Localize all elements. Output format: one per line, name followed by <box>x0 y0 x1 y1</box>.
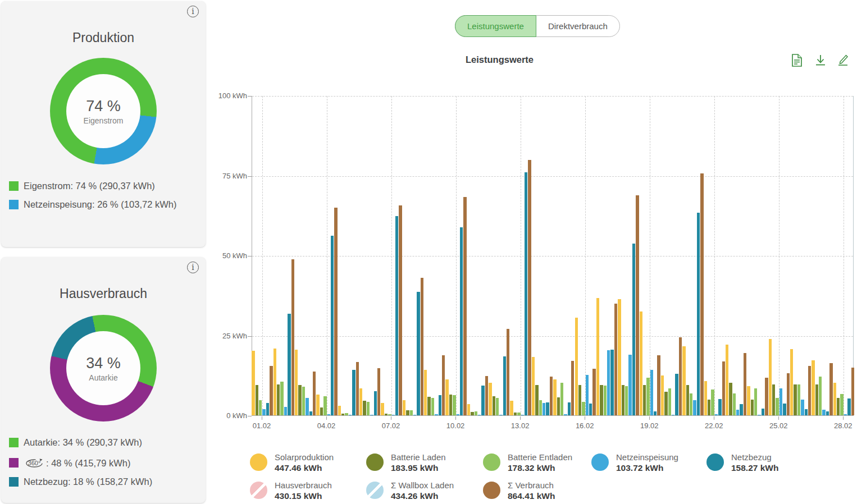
donut-center: 34 % Autarkie <box>66 331 140 405</box>
chart-legend-item-solarproduktion[interactable]: Solarproduktion447.46 kWh <box>250 452 334 473</box>
bar-netzbezug-27.02 <box>826 411 829 415</box>
chart-legend-item-batterie-entladen[interactable]: Batterie Entladen178.32 kWh <box>483 452 572 473</box>
360-grad-color-chip <box>9 458 19 468</box>
bar-solarproduktion-23.02 <box>726 345 728 415</box>
x-axis-label: 07.02 <box>371 421 411 430</box>
x-gridline <box>521 96 521 415</box>
bar--verbrauch-25.02 <box>787 373 790 415</box>
bar-netzbezug-20.02 <box>675 374 678 415</box>
bar-netzeinspeisung-11.02 <box>478 415 481 415</box>
legend-label: Solarproduktion <box>275 452 334 462</box>
edit-pencil-icon[interactable] <box>837 53 849 67</box>
bar-batterie-entladen-26.02 <box>797 384 800 415</box>
y-gridline <box>252 176 853 177</box>
bar-batterie-entladen-19.02 <box>646 378 649 415</box>
bar-batterie-entladen-24.02 <box>754 388 757 415</box>
chart-legend-item-netzeinspeisung[interactable]: Netzeinspeisung103.72 kWh <box>591 452 678 473</box>
bar--verbrauch-19.02 <box>657 355 660 415</box>
bar-batterie-laden-11.02 <box>471 412 473 415</box>
autarkie-color-chip <box>9 438 19 447</box>
bar--verbrauch-04.02 <box>334 208 337 415</box>
bar-solarproduktion-03.02 <box>295 350 298 415</box>
bar-solarproduktion-19.02 <box>640 311 642 415</box>
bar-netzeinspeisung-16.02 <box>586 375 589 415</box>
hausverbrauch-card: i Hausverbrauch 34 % Autarkie Autarkie: … <box>1 257 206 503</box>
legend-label: Σ Wallbox Laden <box>391 480 454 490</box>
bar-netzeinspeisung-01.02 <box>262 409 265 415</box>
bar-netzeinspeisung-02.02 <box>284 407 287 415</box>
bar-batterie-laden-14.02 <box>535 385 538 415</box>
bar-netzbezug-19.02 <box>654 411 657 415</box>
legend-value: 103.72 kWh <box>616 463 678 473</box>
bar-batterie-entladen-05.02 <box>345 413 348 415</box>
donut-center: 74 % Eigenstrom <box>66 74 140 148</box>
bar-batterie-entladen-08.02 <box>410 410 413 415</box>
x-axis-tick <box>714 416 714 420</box>
legend-text: Netzeinspeisung: 26 % (103,72 kWh) <box>24 199 176 210</box>
bar--verbrauch-14.02 <box>550 377 553 415</box>
bar-solarproduktion-02.02 <box>273 349 276 415</box>
bar-batterie-laden-12.02 <box>493 396 495 415</box>
bar--verbrauch-16.02 <box>592 369 595 415</box>
card-title: Hausverbrauch <box>1 286 206 301</box>
bar-netzeinspeisung-24.02 <box>758 415 760 415</box>
y-axis-label: 100 kWh <box>208 91 247 101</box>
info-icon[interactable]: i <box>187 6 199 17</box>
bar-solarproduktion-06.02 <box>359 388 362 415</box>
chart-legend-item-hausverbrauch[interactable]: Hausverbrauch430.15 kWh <box>250 480 332 501</box>
bar-batterie-laden-17.02 <box>600 385 603 415</box>
legend-value: 178.32 kWh <box>508 463 572 473</box>
x-axis-tick <box>262 416 262 420</box>
produktion-card: i Produktion 74 % Eigenstrom Eigenstrom:… <box>1 1 206 247</box>
legend-label: Hausverbrauch <box>275 480 332 490</box>
bar-netzeinspeisung-12.02 <box>499 415 502 415</box>
bar--verbrauch-12.02 <box>507 329 509 415</box>
bar--verbrauch-20.02 <box>679 337 682 415</box>
bar-netzeinspeisung-25.02 <box>779 388 782 415</box>
bar-batterie-entladen-06.02 <box>367 402 370 416</box>
tab-direktverbrauch[interactable]: Direktverbrauch <box>536 16 619 36</box>
bar-batterie-laden-07.02 <box>385 414 388 415</box>
legend-value: 183.95 kWh <box>391 463 446 473</box>
legend-text: Autarkie: 34 % (290,37 kWh) <box>24 437 142 448</box>
legend-value: 447.46 kWh <box>275 463 334 473</box>
bar-batterie-laden-05.02 <box>341 414 344 415</box>
bar-batterie-laden-13.02 <box>514 413 517 415</box>
tab-leistungswerte[interactable]: Leistungswerte <box>455 15 536 37</box>
bar-batterie-entladen-20.02 <box>668 388 671 415</box>
bar-netzeinspeisung-03.02 <box>306 398 308 415</box>
bar--verbrauch-24.02 <box>765 378 768 415</box>
chart-legend-item-netzbezug[interactable]: Netzbezug158.27 kWh <box>706 452 778 473</box>
legend-item-netzbezug: Netzbezug: 18 % (158,27 kWh) <box>9 476 152 487</box>
legend-label: Netzbezug <box>731 452 778 462</box>
x-gridline <box>327 96 327 415</box>
bar--verbrauch-06.02 <box>377 368 380 415</box>
legend-color-circle <box>366 453 384 471</box>
chart-legend-item--verbrauch[interactable]: Σ Verbrauch864.41 kWh <box>483 480 555 501</box>
legend-label: Batterie Entladen <box>508 452 572 462</box>
legend-color-circle <box>250 453 267 471</box>
download-icon[interactable] <box>814 53 827 67</box>
bar-netzeinspeisung-18.02 <box>628 355 631 415</box>
bar-netzbezug-24.02 <box>762 409 764 415</box>
chart-legend-item-batterie-laden[interactable]: Batterie Laden183.95 kWh <box>366 452 446 473</box>
chart-legend-item--wallbox-laden[interactable]: Σ Wallbox Laden434.26 kWh <box>366 480 454 501</box>
bar-batterie-entladen-23.02 <box>733 393 736 415</box>
bar-netzbezug-05.02 <box>352 370 355 416</box>
bar-solarproduktion-07.02 <box>381 403 384 415</box>
bar-batterie-entladen-11.02 <box>475 411 477 415</box>
bar-solarproduktion-10.02 <box>445 379 448 415</box>
x-axis-label: 10.02 <box>436 421 475 430</box>
bar-netzeinspeisung-17.02 <box>607 350 610 415</box>
disabled-legend-color-circle <box>366 482 384 499</box>
legend-color-circle <box>706 453 724 471</box>
svg-text:360°: 360° <box>28 460 41 466</box>
x-axis-tick <box>585 416 585 420</box>
info-icon[interactable]: i <box>187 262 199 273</box>
netzbezug-color-chip <box>9 477 19 487</box>
report-document-icon[interactable] <box>791 53 803 67</box>
donut-center-value: 34 % <box>86 355 121 372</box>
x-axis-label: 04.02 <box>307 421 346 430</box>
bar-netzbezug-08.02 <box>417 292 420 415</box>
bar-solarproduktion-25.02 <box>769 339 772 415</box>
